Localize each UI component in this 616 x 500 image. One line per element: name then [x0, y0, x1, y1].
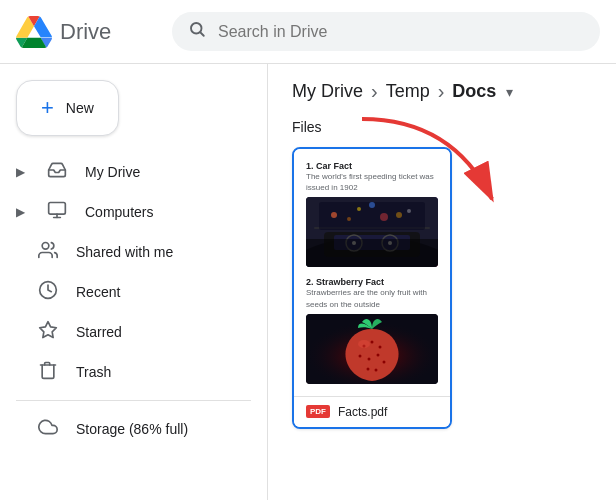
sidebar-divider: [16, 400, 251, 401]
sidebar-item-shared-with-me[interactable]: Shared with me: [0, 232, 251, 272]
svg-line-1: [200, 32, 203, 35]
sidebar-item-label: Starred: [76, 324, 122, 340]
star-icon: [36, 320, 60, 345]
chevron-right-icon: ▶: [16, 205, 25, 219]
chevron-right-icon: ▶: [16, 165, 25, 179]
car-image: [306, 197, 438, 267]
file-preview: 1. Car Fact The world's first speeding t…: [294, 149, 450, 396]
drive-icon: [45, 160, 69, 185]
fact-title: 2. Strawberry Fact: [306, 277, 438, 287]
svg-point-30: [379, 345, 382, 348]
sidebar-item-label: My Drive: [85, 164, 140, 180]
file-card[interactable]: 1. Car Fact The world's first speeding t…: [292, 147, 452, 429]
main-layout: + New ▶ My Drive ▶: [0, 64, 616, 500]
breadcrumb-separator: ›: [438, 80, 445, 103]
people-icon: [36, 240, 60, 265]
svg-point-24: [347, 217, 351, 221]
svg-point-31: [359, 354, 362, 357]
search-bar[interactable]: [172, 12, 600, 51]
computer-icon: [45, 200, 69, 225]
fact-text: The world's first speeding ticket was is…: [306, 171, 438, 193]
breadcrumb: My Drive › Temp › Docs ▾: [292, 80, 592, 103]
new-button-label: New: [66, 100, 94, 116]
svg-rect-13: [334, 235, 410, 250]
fact-2: 2. Strawberry Fact Strawberries are the …: [306, 277, 438, 383]
svg-point-25: [396, 212, 402, 218]
svg-marker-7: [40, 321, 57, 337]
sidebar-item-label: Computers: [85, 204, 153, 220]
svg-point-21: [380, 213, 388, 221]
svg-point-33: [377, 353, 380, 356]
svg-point-20: [357, 207, 361, 211]
pdf-badge: PDF: [306, 405, 330, 418]
breadcrumb-temp[interactable]: Temp: [386, 81, 430, 102]
fact-title: 1. Car Fact: [306, 161, 438, 171]
content-area: My Drive › Temp › Docs ▾ Files: [268, 64, 616, 500]
sidebar-item-label: Trash: [76, 364, 111, 380]
plus-icon: +: [41, 97, 54, 119]
sidebar-item-computers[interactable]: ▶ Computers: [0, 192, 251, 232]
cloud-icon: [36, 417, 60, 442]
sidebar-item-trash[interactable]: Trash: [0, 352, 251, 392]
breadcrumb-separator: ›: [371, 80, 378, 103]
svg-point-16: [352, 241, 356, 245]
svg-point-17: [388, 241, 392, 245]
sidebar-item-my-drive[interactable]: ▶ My Drive: [0, 152, 251, 192]
svg-point-19: [331, 212, 337, 218]
breadcrumb-docs[interactable]: Docs: [452, 81, 496, 102]
trash-icon: [36, 360, 60, 385]
strawberry-image: [306, 314, 438, 384]
svg-point-10: [306, 237, 438, 267]
section-label: Files: [292, 119, 592, 135]
drive-logo-icon: [16, 14, 52, 50]
sidebar-item-label: Recent: [76, 284, 120, 300]
search-input[interactable]: [218, 23, 584, 41]
svg-point-35: [367, 367, 370, 370]
svg-rect-2: [49, 202, 66, 214]
sidebar: + New ▶ My Drive ▶: [0, 64, 268, 500]
files-grid: 1. Car Fact The world's first speeding t…: [292, 147, 592, 429]
svg-point-29: [371, 340, 374, 343]
svg-point-23: [369, 202, 375, 208]
svg-point-32: [368, 357, 371, 360]
breadcrumb-dropdown-icon[interactable]: ▾: [506, 84, 513, 100]
fact-text: Strawberries are the only fruit with see…: [306, 287, 438, 309]
file-card-footer: PDF Facts.pdf: [294, 396, 450, 427]
fact-1: 1. Car Fact The world's first speeding t…: [306, 161, 438, 267]
header: Drive: [0, 0, 616, 64]
sidebar-item-label: Shared with me: [76, 244, 173, 260]
new-button[interactable]: + New: [16, 80, 119, 136]
search-icon: [188, 20, 206, 43]
app-title: Drive: [60, 19, 111, 45]
sidebar-item-starred[interactable]: Starred: [0, 312, 251, 352]
svg-point-34: [383, 360, 386, 363]
logo-area: Drive: [16, 14, 156, 50]
svg-point-5: [42, 242, 49, 249]
sidebar-item-label: Storage (86% full): [76, 421, 188, 437]
sidebar-item-recent[interactable]: Recent: [0, 272, 251, 312]
breadcrumb-my-drive[interactable]: My Drive: [292, 81, 363, 102]
svg-point-36: [375, 368, 378, 371]
file-name: Facts.pdf: [338, 405, 387, 419]
clock-icon: [36, 280, 60, 305]
svg-point-37: [358, 340, 370, 348]
svg-point-22: [407, 209, 411, 213]
sidebar-item-storage[interactable]: Storage (86% full): [0, 409, 251, 449]
files-section: Files 1. Car Fact: [292, 119, 592, 429]
